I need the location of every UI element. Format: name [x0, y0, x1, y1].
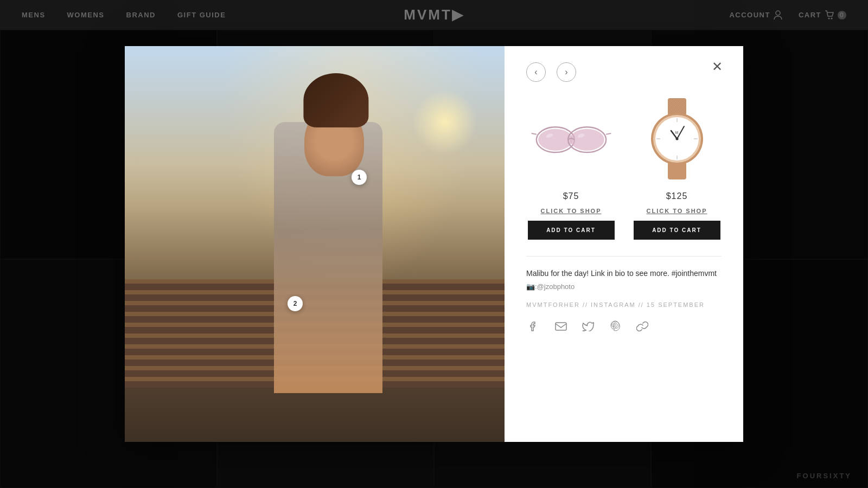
caption-meta: MVMTFORHER // INSTAGRAM // 15 SEPTEMBER — [526, 301, 722, 308]
hotspot-watch[interactable]: 2 — [288, 296, 303, 311]
pinterest-icon[interactable] — [608, 319, 623, 334]
product2-price: $125 — [666, 191, 688, 201]
twitter-icon[interactable] — [580, 319, 596, 334]
facebook-icon[interactable] — [526, 319, 541, 334]
sunglasses-image — [531, 93, 612, 185]
person-hair — [303, 73, 368, 127]
product2-cta[interactable]: CLICK TO SHOP — [647, 208, 707, 214]
modal-overlay: 1 2 ‹ › ✕ — [0, 0, 868, 488]
products-row: $75 CLICK TO SHOP ADD TO CART — [526, 93, 722, 240]
sunglasses-svg — [531, 117, 612, 160]
next-arrow[interactable]: › — [557, 62, 576, 82]
link-icon[interactable] — [635, 319, 650, 334]
modal-navigation: ‹ › — [526, 62, 722, 82]
social-row — [526, 319, 722, 334]
close-button[interactable]: ✕ — [707, 57, 727, 76]
product-card-sunglasses: $75 CLICK TO SHOP ADD TO CART — [526, 93, 616, 240]
caption-credit: 📷:@jzobphoto — [526, 282, 722, 291]
svg-text:M: M — [675, 131, 679, 134]
modal-photo-side: 1 2 — [125, 46, 505, 442]
email-icon[interactable] — [553, 319, 569, 334]
add-to-cart-watch[interactable]: ADD TO CART — [634, 221, 720, 240]
svg-rect-27 — [556, 323, 566, 330]
watch-svg: M — [647, 98, 707, 179]
svg-point-6 — [570, 129, 604, 151]
svg-line-8 — [606, 133, 611, 134]
add-to-cart-sunglasses[interactable]: ADD TO CART — [528, 221, 615, 240]
product-card-watch: M — [632, 93, 722, 240]
caption-text: Malibu for the day! Link in bio to see m… — [526, 267, 722, 279]
svg-line-7 — [531, 133, 536, 134]
svg-point-24 — [675, 138, 678, 140]
product1-price: $75 — [563, 191, 579, 201]
product-modal: 1 2 ‹ › ✕ — [125, 46, 743, 442]
caption-area: Malibu for the day! Link in bio to see m… — [526, 256, 722, 426]
hotspot-sunglasses[interactable]: 1 — [352, 170, 367, 185]
prev-arrow[interactable]: ‹ — [526, 62, 546, 82]
modal-product-panel: ‹ › ✕ — [505, 46, 743, 442]
product1-cta[interactable]: CLICK TO SHOP — [541, 208, 602, 214]
watch-image: M — [636, 93, 718, 185]
